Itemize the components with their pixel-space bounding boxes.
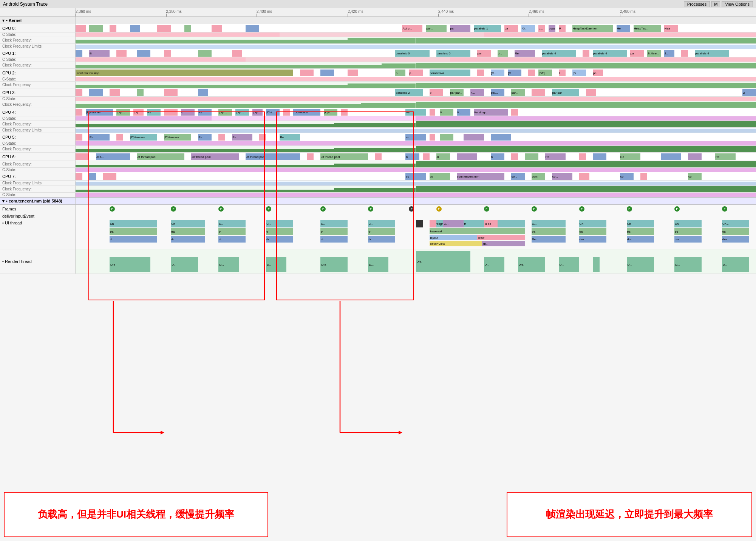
ui-thread-row: • UI thread Ch tra dr Ch tra dr C... <box>0 219 756 249</box>
cpu4-freq-track[interactable] <box>76 121 756 127</box>
processes-button[interactable]: Processes <box>684 1 710 7</box>
cpu4-label: CPU 4: <box>0 108 76 116</box>
cpu0-freq-track[interactable] <box>76 37 756 43</box>
cpu5-cstate-row: C-State: <box>0 141 756 146</box>
timestamp-header: 2,360 ms 2,380 ms 2,400 ms 2,420 ms 2,44… <box>0 8 756 17</box>
cpu4-track[interactable]: [D]#worker [D]#... [D] Re c Re [D]#... [… <box>76 108 756 116</box>
cpu7-cstate-label: C-State: <box>0 193 76 197</box>
cpu0-freq-row: Clock Frequency: <box>0 37 756 44</box>
cpu3-freq-track[interactable] <box>76 101 756 108</box>
frames-row: Frames F F F F F F F F F F F F F F <box>0 205 756 213</box>
ui-thread-track[interactable]: Ch tra dr Ch tra dr C... tr dr <box>76 219 756 249</box>
cpu3-track[interactable]: parallels-2 p par par... n... par... par… <box>76 88 756 96</box>
cpu7-freqlim-track[interactable] <box>76 181 756 185</box>
title-bar-title: Android System Trace <box>3 2 684 7</box>
renderthread-track[interactable]: Dra D... D... D... Dra D... Dra D... Dra… <box>76 249 756 274</box>
cpu1-freq-label: Clock Frequency: <box>0 62 76 68</box>
cpu7-freqlim-row: Clock Frequency Limits: <box>0 181 756 186</box>
cpu2-freq-row: Clock Frequency: <box>0 82 756 88</box>
cpu0-cstate-track[interactable] <box>76 32 756 37</box>
deliver-input-track[interactable] <box>76 213 756 219</box>
cpu6-cstate-track[interactable] <box>76 168 756 172</box>
cpu7-label: CPU 7: <box>0 172 76 180</box>
cpu6-row: CPU 6: Jit t... Jit thread pool Jit thre… <box>0 153 756 161</box>
cpu2-freq-track[interactable] <box>76 82 756 88</box>
right-annotation-text: 帧渲染出现延迟，立即提升到最大频率 <box>543 505 716 524</box>
tick-2420: 2,420 ms <box>348 9 363 14</box>
cpu4-freqlim-track[interactable] <box>76 128 756 133</box>
m-button[interactable]: M <box>711 1 720 7</box>
cpu2-cstate-track[interactable] <box>76 77 756 81</box>
cpu5-row: CPU 5: Re [D]#worker [D]#worker Re Re Re… <box>0 133 756 141</box>
frames-track[interactable]: F F F F F F F F F F F F F F <box>76 205 756 213</box>
title-bar: Android System Trace Processes M View Op… <box>0 0 756 8</box>
cpu4-cstate-track[interactable] <box>76 116 756 121</box>
cpu0-track[interactable]: Act p... par... par parallels-1 pa [G...… <box>76 24 756 32</box>
cpu0-row: CPU 0: Act p... par... par parallels-1 p… <box>0 24 756 32</box>
cpu7-row: CPU 7: co co com.tencent.mm co... com co… <box>0 172 756 181</box>
cpu6-freq-label: Clock Frequency: <box>0 161 76 167</box>
kernel-section-header: ▾ • Kernel <box>0 17 756 24</box>
cpu2-row: CPU 2: cent.mn:toolsmp p p... parallels-… <box>0 69 756 77</box>
process-label[interactable]: ▾ • com.tencent.mm (pid 5848) <box>0 198 76 204</box>
cpu1-cstate-label: C-State: <box>0 57 76 62</box>
cpu2-track[interactable]: cent.mn:toolsmp p p... parallels-4 [G...… <box>76 69 756 77</box>
deliver-input-row: deliverInputEvent <box>0 213 756 219</box>
tick-2480: 2,480 ms <box>620 9 635 14</box>
kernel-header-track <box>76 17 756 24</box>
cpu0-freq-label: Clock Frequency: <box>0 37 76 43</box>
cpu5-track[interactable]: Re [D]#worker [D]#worker Re Re Re co <box>76 133 756 141</box>
cpu1-track[interactable]: Bi parallels-0 parallels-0 par p... Ren … <box>76 49 756 57</box>
cpu2-cstate-label: C-State: <box>0 77 76 81</box>
cpu4-cstate-label: C-State: <box>0 116 76 121</box>
cpu7-freq-track[interactable] <box>76 186 756 192</box>
cpu4-freqlim-label: Clock Frequency Limits: <box>0 128 76 133</box>
cpu0-freqlim-track[interactable] <box>76 44 756 49</box>
renderthread-label: • RenderThread <box>0 249 76 274</box>
cpu2-cstate-row: C-State: <box>0 77 756 82</box>
cpu7-cstate-row: C-State: <box>0 193 756 197</box>
cpu5-freq-row: Clock Frequency: <box>0 146 756 153</box>
cpu7-freqlim-label: Clock Frequency Limits: <box>0 181 76 185</box>
cpu3-cstate-track[interactable] <box>76 97 756 101</box>
cpu4-cstate-row: C-State: <box>0 116 756 121</box>
cpu6-track[interactable]: Jit t... Jit thread pool Jit thread pool… <box>76 153 756 161</box>
trace-area: 2,360 ms 2,380 ms 2,400 ms 2,420 ms 2,44… <box>0 8 756 541</box>
cpu5-cstate-label: C-State: <box>0 141 76 145</box>
cpu6-label: CPU 6: <box>0 153 76 161</box>
timestamp-label-spacer <box>0 8 76 16</box>
cpu6-freq-track[interactable] <box>76 161 756 167</box>
cpu1-freq-track[interactable] <box>76 62 756 68</box>
cpu6-cstate-label: C-State: <box>0 168 76 172</box>
left-annotation-text: 负载高，但是并非UI相关线程，缓慢提升频率 <box>35 505 237 524</box>
cpu0-freqlim-row: Clock Frequency Limits: <box>0 44 756 49</box>
cpu5-freq-track[interactable] <box>76 146 756 152</box>
cpu1-cstate-row: C-State: <box>0 57 756 62</box>
cpu2-label: CPU 2: <box>0 69 76 77</box>
cpu2-freq-label: Clock Frequency: <box>0 82 76 88</box>
cpu3-freq-label: Clock Frequency: <box>0 101 76 108</box>
cpu1-cstate-track[interactable] <box>76 57 756 62</box>
tick-2380: 2,380 ms <box>166 9 182 14</box>
cpu4-freq-label: Clock Frequency: <box>0 121 76 127</box>
cpu0-label: CPU 0: <box>0 24 76 32</box>
tick-2400: 2,400 ms <box>257 9 272 14</box>
frames-label: Frames <box>0 205 76 213</box>
tick-2440: 2,440 ms <box>438 9 454 14</box>
process-label-text: • com.tencent.mm (pid 5848) <box>6 199 62 203</box>
tick-2460: 2,460 ms <box>529 9 544 14</box>
process-section-header: ▾ • com.tencent.mm (pid 5848) <box>0 197 756 205</box>
cpu5-label: CPU 5: <box>0 133 76 141</box>
cpu7-freq-row: Clock Frequency: <box>0 186 756 193</box>
cpu3-cstate-label: C-State: <box>0 97 76 101</box>
cpu0-freqlim-label: Clock Frequency Limits: <box>0 44 76 49</box>
cpu1-label: CPU 1: <box>0 49 76 57</box>
timestamp-ticks: 2,360 ms 2,380 ms 2,400 ms 2,420 ms 2,44… <box>76 8 756 16</box>
kernel-label[interactable]: ▾ • Kernel <box>0 17 76 24</box>
cpu7-cstate-track[interactable] <box>76 193 756 197</box>
cpu7-track[interactable]: co co com.tencent.mm co... com co... co … <box>76 172 756 180</box>
view-options-button[interactable]: View Options <box>722 1 753 7</box>
cpu5-cstate-track[interactable] <box>76 141 756 145</box>
cpu1-freq-row: Clock Frequency: <box>0 62 756 69</box>
right-annotation-text-box: 帧渲染出现延迟，立即提升到最大频率 <box>507 492 752 537</box>
